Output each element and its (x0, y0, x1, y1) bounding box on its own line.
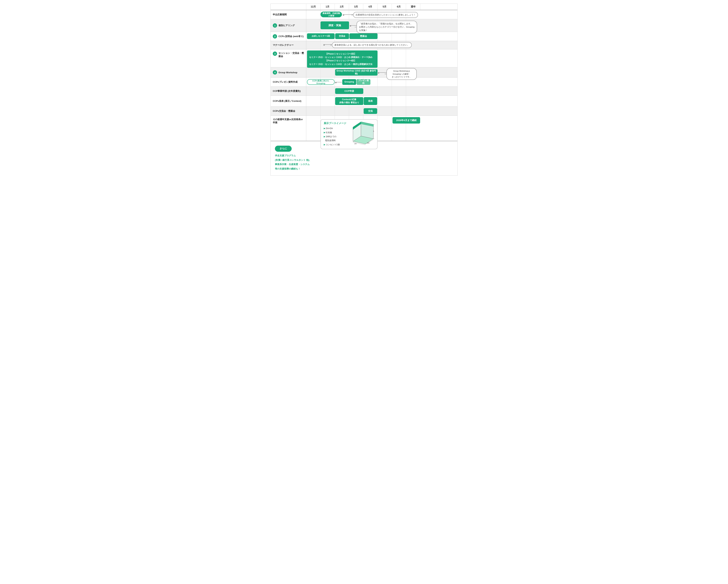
row-session: 3 セッション・交流会・懇親会 【Phase 1 セッション 1〜2回】セミナー… (271, 49, 457, 68)
label-ccps-present: CCPs発表 (展示／Contest) (271, 96, 306, 106)
booth-item-1: ▶2m×2m (324, 126, 347, 130)
row-workshop: 4 Group Workshop Group Workshop 110分 (合計… (271, 68, 457, 78)
seminar-block: お試しセミナー1回 (307, 33, 335, 39)
booth-text: 展示ブースイメージ ▶2m×2m ▶社名板 ▶1kWまでの 電気使用料 ▶コンセ… (324, 122, 347, 147)
happyo-block: 発表 (364, 97, 377, 105)
hearing-line (351, 25, 357, 26)
label-manner: マナーのレクチャー (271, 41, 306, 49)
hearing-block: 調査・実施 (320, 21, 349, 29)
hearing-callout: 「経営者のお悩み」「現場のお悩み」をお聞きします。お聞きした内容をもとにカテゴリ… (357, 21, 417, 33)
header-feb: 2月 (335, 4, 349, 10)
header-jun: 6月 (392, 4, 406, 10)
header-mar: 3月 (349, 4, 363, 10)
workshop-note: Group WorkshopはGroupingへの練習・きっかけづくりです。 (386, 68, 417, 80)
label-shinsei: 申込応募期間 (271, 10, 306, 19)
booth-box: 展示ブースイメージ ▶2m×2m ▶社名板 ▶1kWまでの 電気使用料 ▶コンセ… (320, 119, 378, 149)
main-container: 12月 1月 2月 3月 4月 5月 6月 通年 申込応募期間 (270, 4, 458, 176)
label-workshop: 4 Group Workshop (271, 68, 306, 77)
booth-item-3: ▶1kWまでの 電気使用料 (324, 134, 347, 143)
label-support: その後通年支援or次回発表or卒業 (271, 116, 306, 141)
workshop-dot (378, 72, 379, 74)
manner-callout: 参加者交流による、話し合いができる場を見つけるために参加してください。 (332, 42, 412, 48)
shinsei-dot (343, 14, 344, 16)
content-manner: 参加者交流による、話し合いができる場を見つけるために参加してください。 (306, 41, 457, 49)
ccp-apply-block: CCP申請 (335, 88, 363, 94)
header-jan: 1月 (320, 4, 335, 10)
header-annual: 通年 (406, 4, 420, 10)
prezen-dot (335, 82, 337, 83)
label-ccp-apply: CCP事業申請 (次年度優先) (271, 86, 306, 96)
grouping-prep-block: CCPs発表に向けたGrouping (307, 79, 335, 85)
header-empty (271, 4, 306, 10)
row-ccp-apply: CCP事業申請 (次年度優先) CCP申請 (271, 86, 457, 96)
booth-title: 展示ブースイメージ (324, 122, 347, 125)
booth-svg: 2.7m 2m 2m (349, 122, 374, 145)
koryu-block: 交流会 (335, 33, 349, 39)
prezen-doc-block: プレゼン資料 (357, 79, 370, 85)
shinsei-callout: 出展者同士の交流を目的としたセッションに参加しましょう！ (353, 12, 418, 18)
content-workshop: Group Workshop 110分 (合計4回 参加可能) Group Wo… (306, 68, 457, 77)
content-shinsei: 募集期間、共創活動の要望 出展者同士の交流を目的としたセッションに参加しましょう… (306, 10, 457, 19)
further-label: さらに (275, 146, 292, 152)
svg-text:2m: 2m (367, 142, 369, 144)
header-row: 12月 1月 2月 3月 4月 5月 6月 通年 (271, 4, 457, 10)
content-ccp-apply: CCP申請 (306, 86, 457, 96)
header-dec: 12月 (306, 4, 320, 10)
contest-block: Contestの応募多数の場合 審査あり (335, 97, 363, 105)
booth-item-4: ▶コンセント1個 (324, 143, 347, 147)
booth-item-2: ▶社名板 (324, 130, 347, 134)
further-content: 伴走支援プログラム(有償= 銀行系コンサルタント 他)、事務系作業・生産装置・シ… (275, 153, 453, 171)
content-session: 【Phase 1 セッション 1〜2回】セミナー 25分・セッション 110分・… (306, 49, 457, 67)
booth-svg-container: 2.7m 2m 2m (349, 122, 374, 147)
grouping-block: Grouping (342, 79, 356, 85)
support-block: 2026年4月まで継続 (392, 117, 420, 124)
row-hearing: 1 個別ヒアリング 調査・実施 「経営 (271, 19, 457, 32)
content-ccps-present: Contestの応募多数の場合 審査あり 発表 (306, 96, 457, 106)
header-apr: 4月 (363, 4, 378, 10)
prezen-line (337, 82, 342, 82)
label-hearing: 1 個別ヒアリング (271, 19, 306, 32)
label-session: 3 セッション・交流会・懇親会 (271, 49, 306, 67)
row-ccps-present: CCPs発表 (展示／Contest) Contestの応募多数の場合 審査あり… (271, 96, 457, 107)
row-support: その後通年支援or次回発表or卒業 2026年4月まで継続 展示ブースイメージ (271, 116, 457, 141)
koryu2-block: 交流 (364, 108, 377, 114)
label-ccps-info: 2 CCPs 説明会 (web有り) (271, 32, 306, 41)
row-ccps-exchange: CCPs交流会・懇親会 交流 (271, 107, 457, 116)
booth-list: ▶2m×2m ▶社名板 ▶1kWまでの 電気使用料 ▶コンセント1個 (324, 126, 347, 147)
header-may: 5月 (378, 4, 392, 10)
session-block: 【Phase 1 セッション 1〜2回】セミナー 25分・セッション 110分・… (307, 50, 378, 68)
workshop-line (379, 72, 386, 73)
shinsei-block: 募集期間、共創活動の要望 (320, 11, 342, 17)
row-prezen: CCPsプレゼン資料作成 CCPs発表に向けたGrouping (271, 78, 457, 86)
svg-text:2.7m: 2.7m (373, 130, 374, 132)
content-ccps-exchange: 交流 (306, 107, 457, 116)
row-shinsei: 申込応募期間 募集期間、共創活動の要望 (271, 10, 457, 19)
konshinka-block: 懇親会 (349, 33, 378, 39)
svg-text:2m: 2m (355, 143, 357, 145)
row-manner: マナーのレクチャー 参加者交流による、話し合いができる場を見つけるために参加して… (271, 41, 457, 49)
workshop-block: Group Workshop 110分 (合計4回 参加可能) (335, 69, 378, 76)
hearing-dot (350, 25, 351, 27)
content-prezen: CCPs発表に向けたGrouping Grouping プレゼン資料 (306, 78, 457, 86)
content-support: 2026年4月まで継続 展示ブースイメージ ▶2m×2m ▶社名板 ▶1kWまで… (306, 116, 457, 141)
manner-dot (323, 44, 325, 46)
label-prezen: CCPsプレゼン資料作成 (271, 78, 306, 86)
content-hearing: 調査・実施 「経営者のお悩み」「現場のお悩み」をお聞きします。お聞きした内容をも… (306, 19, 457, 32)
label-ccps-exchange: CCPs交流会・懇親会 (271, 107, 306, 116)
